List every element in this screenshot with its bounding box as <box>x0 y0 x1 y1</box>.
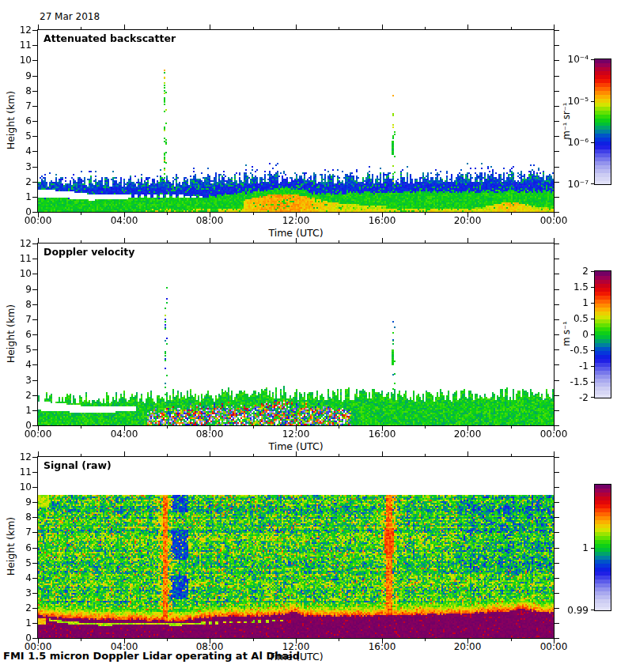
colorbar-tick <box>591 142 594 143</box>
colorbar-tick-label: -1 <box>549 361 589 372</box>
colorbar-tick <box>591 101 594 102</box>
x-major-tick <box>382 25 383 29</box>
colorbar-tick-label: 10⁻⁵ <box>549 96 589 107</box>
backscatter-colorbar-units: m⁻¹ sr⁻¹ <box>561 103 572 140</box>
signal-panel: Signal (raw) <box>37 456 555 639</box>
x-minor-tick <box>253 639 254 641</box>
y-tick-label: 4 <box>13 572 32 583</box>
y-major-tick <box>32 289 37 290</box>
y-major-tick <box>555 457 559 458</box>
y-tick-label: 5 <box>13 557 32 568</box>
x-major-tick <box>467 238 468 243</box>
y-tick-label: 9 <box>13 284 32 295</box>
x-minor-tick <box>425 454 426 456</box>
y-major-tick <box>32 304 37 305</box>
lidar-quicklook-figure: 27 Mar 2018 Attenuated backscatter Heigh… <box>0 0 617 672</box>
y-major-tick <box>555 532 559 533</box>
x-major-tick <box>467 451 468 456</box>
y-major-tick <box>555 472 559 473</box>
x-minor-tick <box>81 27 81 29</box>
colorbar-tick-label: 1 <box>549 542 589 553</box>
x-minor-tick <box>425 426 426 428</box>
y-tick-label: 1 <box>13 617 32 629</box>
y-major-tick <box>32 259 37 259</box>
y-major-tick <box>32 593 37 594</box>
x-tick-label: 04:00 <box>100 641 148 652</box>
x-tick-label: 00:00 <box>530 641 577 652</box>
y-tick-label: 1 <box>13 191 32 202</box>
y-major-tick <box>32 532 37 533</box>
backscatter-colorbar-gradient <box>595 59 611 184</box>
colorbar-tick <box>591 287 594 288</box>
x-major-tick <box>210 25 210 29</box>
y-major-tick <box>32 410 37 411</box>
x-minor-tick <box>253 27 254 29</box>
x-tick-label: 04:00 <box>100 428 148 440</box>
x-major-tick <box>38 451 39 456</box>
y-tick-label: 6 <box>13 329 32 340</box>
x-major-tick <box>210 238 210 243</box>
x-minor-tick <box>81 213 81 215</box>
y-tick-label: 3 <box>13 375 32 386</box>
x-major-tick <box>210 451 210 456</box>
y-major-tick <box>32 60 37 61</box>
y-tick-label: 3 <box>13 587 32 598</box>
velocity-colorbar-gradient <box>595 271 611 398</box>
y-tick-label: 8 <box>13 85 32 96</box>
x-major-tick <box>38 25 39 29</box>
y-major-tick <box>32 121 37 122</box>
x-major-tick <box>296 451 297 456</box>
colorbar-tick <box>591 610 594 610</box>
y-tick-label: 5 <box>13 344 32 355</box>
x-major-tick <box>467 25 468 29</box>
y-major-tick <box>555 425 559 426</box>
x-tick-label: 20:00 <box>444 215 491 226</box>
y-major-tick <box>32 334 37 335</box>
x-tick-label: 08:00 <box>186 215 233 226</box>
y-major-tick <box>32 457 37 458</box>
y-major-tick <box>555 197 559 198</box>
y-major-tick <box>555 593 559 594</box>
x-tick-label: 20:00 <box>444 641 491 652</box>
colorbar-tick <box>591 271 594 272</box>
y-major-tick <box>32 502 37 503</box>
y-major-tick <box>555 487 559 488</box>
y-tick-label: 6 <box>13 115 32 126</box>
x-minor-tick <box>511 213 512 215</box>
y-major-tick <box>555 151 559 152</box>
x-minor-tick <box>167 454 168 456</box>
y-major-tick <box>32 472 37 473</box>
x-minor-tick <box>253 240 254 243</box>
colorbar-tick-label: 10⁻⁶ <box>549 137 589 148</box>
backscatter-panel-title: Attenuated backscatter <box>44 32 176 44</box>
x-minor-tick <box>253 213 254 215</box>
y-tick-label: 0 <box>13 632 32 644</box>
y-tick-label: 7 <box>13 527 32 538</box>
y-major-tick <box>555 167 559 168</box>
x-minor-tick <box>339 639 339 641</box>
x-major-tick <box>554 238 555 243</box>
y-tick-label: 12 <box>13 25 32 36</box>
y-major-tick <box>32 380 37 381</box>
y-major-tick <box>32 151 37 152</box>
x-minor-tick <box>511 27 512 29</box>
y-major-tick <box>32 517 37 518</box>
y-tick-label: 1 <box>13 405 32 416</box>
y-major-tick <box>32 563 37 564</box>
y-major-tick <box>555 91 559 92</box>
y-major-tick <box>32 364 37 365</box>
colorbar-tick-label: 10⁻⁴ <box>549 54 589 65</box>
x-tick-label: 00:00 <box>530 428 577 440</box>
x-tick-label: 16:00 <box>358 215 406 226</box>
y-major-tick <box>555 563 559 564</box>
y-tick-label: 10 <box>13 268 32 279</box>
y-major-tick <box>555 578 559 579</box>
x-minor-tick <box>167 639 168 641</box>
y-major-tick <box>32 182 37 183</box>
y-major-tick <box>32 212 37 213</box>
x-minor-tick <box>511 639 512 641</box>
x-major-tick <box>296 25 297 29</box>
colorbar-tick <box>591 397 594 398</box>
x-minor-tick <box>425 213 426 215</box>
signal-colorbar <box>594 484 611 611</box>
